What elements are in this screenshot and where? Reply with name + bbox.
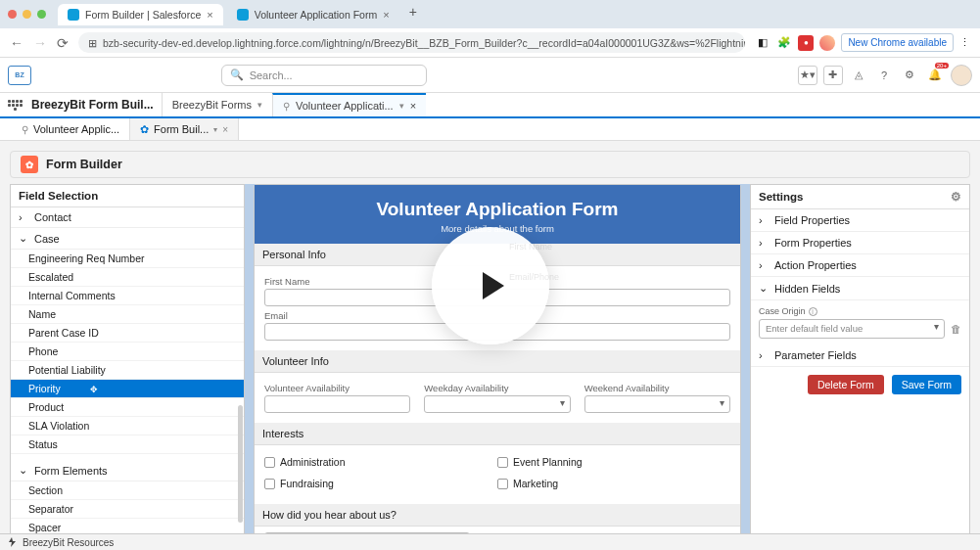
save-form-button[interactable]: Save Form <box>892 375 961 394</box>
field-item-escalated[interactable]: Escalated <box>11 268 244 287</box>
setup-gear-icon[interactable]: ⚙ <box>900 66 919 85</box>
checkbox-administration[interactable]: Administration <box>264 456 497 468</box>
sub-tab-form-builder[interactable]: ✿ Form Buil... ▾ × <box>130 118 239 140</box>
case-section-toggle[interactable]: ⌄Case <box>11 228 244 250</box>
checkbox-marketing[interactable]: Marketing <box>497 478 730 489</box>
settings-field-properties[interactable]: ›Field Properties <box>751 209 969 232</box>
settings-icon: ✿ <box>140 123 149 136</box>
overflow-menu-icon[interactable]: ⋮ <box>959 36 970 49</box>
close-subtab-icon[interactable]: × <box>222 124 228 135</box>
info-icon[interactable]: i <box>809 307 817 316</box>
chevron-down-icon: ⌄ <box>19 464 28 477</box>
sub-tab-volunteer-applic[interactable]: ⚲ Volunteer Applic... <box>12 118 130 140</box>
browser-toolbar: ← → ⟳ ⊞ bzb-security-dev-ed.develop.ligh… <box>0 28 980 58</box>
form-element-section[interactable]: Section <box>11 481 244 500</box>
checkbox-event-planning[interactable]: Event Planning <box>497 456 730 468</box>
chevron-down-icon[interactable]: ▾ <box>213 125 217 134</box>
address-bar[interactable]: ⊞ bzb-security-dev-ed.develop.lightning.… <box>78 32 745 53</box>
settings-item-label: Parameter Fields <box>774 349 857 361</box>
trash-icon[interactable]: 🗑 <box>951 323 961 335</box>
checkbox-icon <box>264 479 275 489</box>
user-avatar[interactable] <box>951 65 972 86</box>
favorites-icon[interactable]: ★▾ <box>798 66 817 85</box>
forward-button[interactable]: → <box>33 35 47 51</box>
checkbox-icon <box>497 457 508 468</box>
page-title: Form Builder <box>46 158 122 171</box>
field-item-sla-violation[interactable]: SLA Violation <box>11 417 244 435</box>
notifications-bell-icon[interactable]: 🔔20+ <box>925 66 945 85</box>
nav-tab-label: BreezyBit Forms <box>172 99 252 111</box>
field-item-internal-comments[interactable]: Internal Comments <box>11 287 244 305</box>
browser-tab-label: Form Builder | Salesforce <box>85 9 201 21</box>
chevron-right-icon: › <box>759 349 769 361</box>
extension-puzzle-icon[interactable]: 🧩 <box>776 35 792 51</box>
field-item-priority[interactable]: Priority✥ <box>11 380 244 398</box>
field-item-phone[interactable]: Phone <box>11 343 244 361</box>
global-actions-icon[interactable]: ✚ <box>823 66 843 85</box>
settings-panel-header: Settings ⚙ <box>751 185 969 209</box>
utility-bar-item[interactable]: BreezyBit Resources <box>23 537 114 548</box>
field-item-engineering-req[interactable]: Engineering Req Number <box>11 250 244 268</box>
nav-tab-breezybit-forms[interactable]: BreezyBit Forms ▾ <box>162 93 272 116</box>
select-case-origin-default[interactable]: Enter default field value <box>759 319 945 339</box>
form-title-text: Volunteer Application Form <box>255 199 740 220</box>
delete-form-button[interactable]: Delete Form <box>808 375 884 394</box>
field-item-name[interactable]: Name <box>11 305 244 324</box>
nav-tab-label: Volunteer Applicati... <box>296 100 394 112</box>
field-item-product[interactable]: Product <box>11 398 244 417</box>
breezybit-logo[interactable]: BZ <box>8 66 31 85</box>
app-launcher-icon[interactable] <box>6 93 23 116</box>
settings-item-label: Field Properties <box>774 214 850 226</box>
settings-item-label: Action Properties <box>774 259 857 271</box>
profile-avatar[interactable] <box>819 35 835 51</box>
site-info-icon[interactable]: ⊞ <box>88 37 97 49</box>
guidance-icon[interactable]: ◬ <box>849 66 868 85</box>
field-item-status[interactable]: Status <box>11 435 244 454</box>
settings-hidden-fields[interactable]: ⌄Hidden Fields <box>751 277 969 300</box>
section-how-hear[interactable]: How did you hear about us? <box>255 504 740 527</box>
settings-action-properties[interactable]: ›Action Properties <box>751 254 969 277</box>
checkbox-fundraising[interactable]: Fundraising <box>264 478 497 489</box>
browser-tab-volunteer-form[interactable]: Volunteer Application Form × <box>227 4 399 25</box>
field-item-parent-case-id[interactable]: Parent Case ID <box>11 324 244 343</box>
chrome-update-button[interactable]: New Chrome available <box>841 33 954 52</box>
extension-icon[interactable]: ◧ <box>755 35 770 51</box>
extension-badge-icon[interactable]: ● <box>798 35 814 51</box>
browser-tab-label: Volunteer Application Form <box>255 9 378 21</box>
minimize-window-dot[interactable] <box>23 10 31 19</box>
help-icon[interactable]: ? <box>874 66 894 85</box>
back-button[interactable]: ← <box>10 35 23 51</box>
section-volunteer-info[interactable]: Volunteer Info <box>255 350 740 373</box>
select-weekend-availability[interactable] <box>584 395 730 413</box>
close-window-dot[interactable] <box>8 10 17 19</box>
chevron-right-icon: › <box>759 259 769 271</box>
global-search[interactable]: 🔍 Search... <box>221 65 427 86</box>
new-tab-button[interactable]: + <box>409 4 417 25</box>
salesforce-global-header: BZ 🔍 Search... ★▾ ✚ ◬ ? ⚙ 🔔20+ <box>0 58 980 93</box>
drag-cursor-icon: ✥ <box>90 385 98 394</box>
form-element-separator[interactable]: Separator <box>11 500 244 519</box>
select-weekday-availability[interactable] <box>424 395 570 413</box>
browser-tab-form-builder[interactable]: Form Builder | Salesforce × <box>58 4 223 25</box>
close-tab-icon[interactable]: × <box>410 100 416 112</box>
input-volunteer-availability[interactable] <box>264 395 410 413</box>
close-tab-icon[interactable]: × <box>383 9 389 21</box>
chevron-down-icon[interactable]: ▾ <box>399 101 404 111</box>
nav-tab-volunteer-application[interactable]: ⚲ Volunteer Applicati... ▾ × <box>272 93 426 116</box>
field-item-potential-liability[interactable]: Potential Liability <box>11 361 244 380</box>
chevron-down-icon[interactable]: ▾ <box>257 100 262 110</box>
settings-form-properties[interactable]: ›Form Properties <box>751 232 969 254</box>
settings-parameter-fields[interactable]: ›Parameter Fields <box>751 344 969 367</box>
chevron-right-icon: › <box>759 237 769 249</box>
contact-section-toggle[interactable]: ›Contact <box>11 207 244 228</box>
form-builder-icon: ✿ <box>21 156 38 173</box>
gear-icon[interactable]: ⚙ <box>951 190 961 204</box>
window-controls[interactable] <box>8 10 46 19</box>
section-interests[interactable]: Interests <box>255 423 740 445</box>
maximize-window-dot[interactable] <box>37 10 46 19</box>
close-tab-icon[interactable]: × <box>207 9 212 21</box>
chevron-down-icon: ⌄ <box>759 282 769 295</box>
scrollbar[interactable] <box>238 405 243 523</box>
reload-button[interactable]: ⟳ <box>57 35 69 51</box>
form-elements-section-toggle[interactable]: ⌄Form Elements <box>11 460 244 481</box>
